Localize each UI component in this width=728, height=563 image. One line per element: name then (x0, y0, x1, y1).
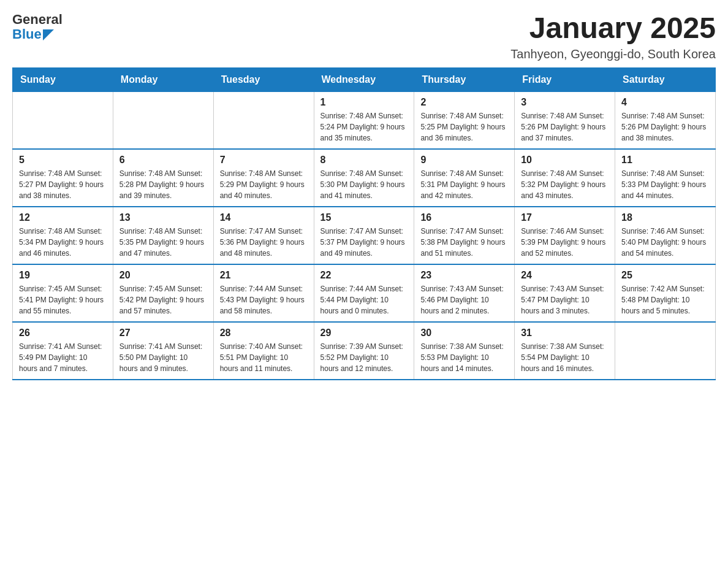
calendar-cell: 12Sunrise: 7:48 AM Sunset: 5:34 PM Dayli… (13, 207, 113, 264)
day-number: 15 (320, 212, 408, 223)
header-tuesday: Tuesday (213, 67, 314, 91)
day-number: 16 (420, 212, 508, 223)
day-number: 12 (19, 212, 107, 223)
calendar-cell: 19Sunrise: 7:45 AM Sunset: 5:41 PM Dayli… (13, 264, 113, 322)
calendar-cell: 3Sunrise: 7:48 AM Sunset: 5:26 PM Daylig… (515, 91, 615, 149)
calendar-cell: 9Sunrise: 7:48 AM Sunset: 5:31 PM Daylig… (414, 149, 515, 207)
week-row-0: 1Sunrise: 7:48 AM Sunset: 5:24 PM Daylig… (13, 91, 716, 149)
month-title: January 2025 (510, 12, 716, 45)
calendar-cell: 20Sunrise: 7:45 AM Sunset: 5:42 PM Dayli… (113, 264, 213, 322)
calendar-cell: 17Sunrise: 7:46 AM Sunset: 5:39 PM Dayli… (515, 207, 615, 264)
logo-general-text: General (12, 12, 63, 27)
day-info: Sunrise: 7:41 AM Sunset: 5:49 PM Dayligh… (19, 341, 107, 374)
day-info: Sunrise: 7:48 AM Sunset: 5:26 PM Dayligh… (521, 110, 609, 144)
calendar-body: 1Sunrise: 7:48 AM Sunset: 5:24 PM Daylig… (13, 91, 716, 380)
calendar-cell (113, 91, 213, 149)
day-number: 21 (220, 270, 308, 281)
day-info: Sunrise: 7:44 AM Sunset: 5:44 PM Dayligh… (320, 283, 408, 316)
day-info: Sunrise: 7:44 AM Sunset: 5:43 PM Dayligh… (220, 283, 308, 316)
day-info: Sunrise: 7:47 AM Sunset: 5:37 PM Dayligh… (320, 226, 408, 259)
day-info: Sunrise: 7:48 AM Sunset: 5:25 PM Dayligh… (420, 110, 508, 144)
week-row-1: 5Sunrise: 7:48 AM Sunset: 5:27 PM Daylig… (13, 149, 716, 207)
day-number: 26 (19, 327, 107, 339)
day-number: 24 (521, 270, 609, 281)
day-number: 19 (19, 270, 107, 281)
calendar-cell: 10Sunrise: 7:48 AM Sunset: 5:32 PM Dayli… (515, 149, 615, 207)
day-number: 31 (521, 327, 609, 339)
week-row-2: 12Sunrise: 7:48 AM Sunset: 5:34 PM Dayli… (13, 207, 716, 264)
day-number: 8 (320, 155, 408, 166)
day-number: 6 (119, 155, 207, 166)
calendar-cell: 7Sunrise: 7:48 AM Sunset: 5:29 PM Daylig… (213, 149, 314, 207)
header-monday: Monday (113, 67, 213, 91)
day-info: Sunrise: 7:42 AM Sunset: 5:48 PM Dayligh… (621, 283, 709, 316)
day-info: Sunrise: 7:48 AM Sunset: 5:34 PM Dayligh… (19, 226, 107, 259)
day-info: Sunrise: 7:48 AM Sunset: 5:31 PM Dayligh… (420, 168, 508, 201)
calendar-cell: 22Sunrise: 7:44 AM Sunset: 5:44 PM Dayli… (314, 264, 414, 322)
week-row-3: 19Sunrise: 7:45 AM Sunset: 5:41 PM Dayli… (13, 264, 716, 322)
calendar-cell: 21Sunrise: 7:44 AM Sunset: 5:43 PM Dayli… (213, 264, 314, 322)
day-number: 11 (621, 155, 709, 166)
logo: General Blue (12, 12, 63, 42)
day-info: Sunrise: 7:38 AM Sunset: 5:54 PM Dayligh… (521, 341, 609, 374)
calendar-cell: 8Sunrise: 7:48 AM Sunset: 5:30 PM Daylig… (314, 149, 414, 207)
calendar-cell: 18Sunrise: 7:46 AM Sunset: 5:40 PM Dayli… (615, 207, 716, 264)
calendar-cell: 31Sunrise: 7:38 AM Sunset: 5:54 PM Dayli… (515, 322, 615, 380)
calendar-cell: 24Sunrise: 7:43 AM Sunset: 5:47 PM Dayli… (515, 264, 615, 322)
calendar-cell: 13Sunrise: 7:48 AM Sunset: 5:35 PM Dayli… (113, 207, 213, 264)
day-info: Sunrise: 7:40 AM Sunset: 5:51 PM Dayligh… (220, 341, 308, 374)
day-info: Sunrise: 7:43 AM Sunset: 5:47 PM Dayligh… (521, 283, 609, 316)
day-number: 17 (521, 212, 609, 223)
calendar-cell: 4Sunrise: 7:48 AM Sunset: 5:26 PM Daylig… (615, 91, 716, 149)
calendar-cell: 16Sunrise: 7:47 AM Sunset: 5:38 PM Dayli… (414, 207, 515, 264)
logo-blue-text: Blue (12, 27, 42, 42)
header-friday: Friday (515, 67, 615, 91)
day-number: 30 (420, 327, 508, 339)
day-number: 25 (621, 270, 709, 281)
day-info: Sunrise: 7:48 AM Sunset: 5:26 PM Dayligh… (621, 110, 709, 144)
svg-marker-0 (43, 29, 54, 40)
day-info: Sunrise: 7:47 AM Sunset: 5:36 PM Dayligh… (220, 226, 308, 259)
day-info: Sunrise: 7:38 AM Sunset: 5:53 PM Dayligh… (420, 341, 508, 374)
day-info: Sunrise: 7:48 AM Sunset: 5:30 PM Dayligh… (320, 168, 408, 201)
calendar-cell: 25Sunrise: 7:42 AM Sunset: 5:48 PM Dayli… (615, 264, 716, 322)
logo-triangle-icon (43, 29, 54, 40)
day-number: 23 (420, 270, 508, 281)
day-number: 29 (320, 327, 408, 339)
header-saturday: Saturday (615, 67, 716, 91)
day-number: 14 (220, 212, 308, 223)
day-number: 7 (220, 155, 308, 166)
location-title: Tanhyeon, Gyeonggi-do, South Korea (510, 47, 716, 61)
calendar-cell (213, 91, 314, 149)
day-number: 13 (119, 212, 207, 223)
calendar-cell: 23Sunrise: 7:43 AM Sunset: 5:46 PM Dayli… (414, 264, 515, 322)
day-number: 10 (521, 155, 609, 166)
calendar-cell (13, 91, 113, 149)
day-info: Sunrise: 7:48 AM Sunset: 5:28 PM Dayligh… (119, 168, 207, 201)
day-info: Sunrise: 7:48 AM Sunset: 5:24 PM Dayligh… (320, 110, 408, 144)
day-number: 27 (119, 327, 207, 339)
day-number: 18 (621, 212, 709, 223)
day-number: 2 (420, 97, 508, 108)
day-number: 3 (521, 97, 609, 108)
day-number: 22 (320, 270, 408, 281)
header-sunday: Sunday (13, 67, 113, 91)
header-wednesday: Wednesday (314, 67, 414, 91)
week-row-4: 26Sunrise: 7:41 AM Sunset: 5:49 PM Dayli… (13, 322, 716, 380)
calendar-cell: 11Sunrise: 7:48 AM Sunset: 5:33 PM Dayli… (615, 149, 716, 207)
day-number: 5 (19, 155, 107, 166)
day-info: Sunrise: 7:48 AM Sunset: 5:32 PM Dayligh… (521, 168, 609, 201)
day-info: Sunrise: 7:48 AM Sunset: 5:33 PM Dayligh… (621, 168, 709, 201)
calendar-header: SundayMondayTuesdayWednesdayThursdayFrid… (13, 67, 716, 91)
calendar-cell: 26Sunrise: 7:41 AM Sunset: 5:49 PM Dayli… (13, 322, 113, 380)
day-info: Sunrise: 7:48 AM Sunset: 5:35 PM Dayligh… (119, 226, 207, 259)
calendar-cell: 28Sunrise: 7:40 AM Sunset: 5:51 PM Dayli… (213, 322, 314, 380)
day-number: 28 (220, 327, 308, 339)
day-number: 1 (320, 97, 408, 108)
day-info: Sunrise: 7:41 AM Sunset: 5:50 PM Dayligh… (119, 341, 207, 374)
calendar-cell: 15Sunrise: 7:47 AM Sunset: 5:37 PM Dayli… (314, 207, 414, 264)
calendar-cell: 29Sunrise: 7:39 AM Sunset: 5:52 PM Dayli… (314, 322, 414, 380)
header-thursday: Thursday (414, 67, 515, 91)
calendar-cell (615, 322, 716, 380)
day-info: Sunrise: 7:45 AM Sunset: 5:41 PM Dayligh… (19, 283, 107, 316)
